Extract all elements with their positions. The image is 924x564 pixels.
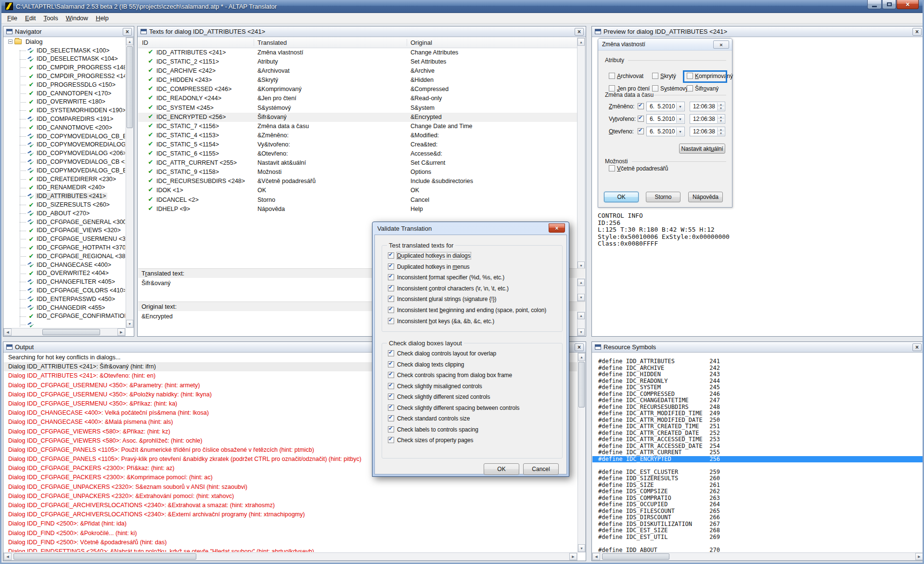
checkbox-icon[interactable] (388, 361, 394, 367)
subdirs-checkbox[interactable]: Včetně podadresářů (609, 165, 668, 172)
collapse-icon[interactable] (8, 39, 13, 44)
validate-checkbox[interactable]: Duplicated hotkeys in dialogs (388, 252, 471, 259)
tree-item[interactable]: IDD_COPYMOVEDIALOG_CB <207 (4, 157, 125, 166)
checkbox-icon[interactable] (638, 103, 644, 109)
close-button[interactable]: × (897, 0, 919, 9)
texts-row[interactable]: ✔IDC_STATIC_5 <1154>Vy&tvořeno:Crea&ted: (138, 140, 577, 149)
symbol-line[interactable] (598, 462, 923, 469)
symbol-line[interactable]: #define IDD_ATTRIBUTES 241 (598, 358, 923, 365)
output-vscrollbar[interactable]: ▲ ▼ (578, 353, 586, 552)
column-id[interactable]: ID (142, 39, 148, 46)
menu-item-tools[interactable]: Tools (39, 13, 62, 23)
tree-item[interactable]: IDD_COPYMOVEDIALOG <206> (4, 149, 125, 157)
tree-item[interactable]: ✔IDD_RENAMEDIR <240> (4, 184, 125, 192)
spinner-buttons[interactable]: ▲▼ (717, 128, 724, 135)
cancel-button[interactable]: Cancel (523, 463, 559, 475)
checkbox-icon[interactable] (638, 116, 644, 122)
checkbox-icon[interactable] (652, 85, 658, 92)
validate-checkbox[interactable]: Inconsistent hot keys (&a, &b, &c, etc.) (388, 318, 494, 325)
minimize-button[interactable] (867, 0, 882, 9)
texts-row[interactable]: ✔IDC_COMPRESSED <246>&Komprimovaný&Compr… (138, 85, 577, 94)
checkbox-icon[interactable] (388, 318, 394, 324)
tree-item[interactable]: ✔IDD_SIZERESULTS <260> (4, 200, 125, 209)
close-icon[interactable]: × (912, 28, 922, 36)
output-hscrollbar[interactable]: ◀ ▶ (3, 552, 578, 561)
validate-checkbox[interactable]: Check slightly different spacing between… (388, 405, 519, 411)
translated-scrollbar[interactable]: ▲ ▼ (577, 278, 585, 302)
texts-row[interactable]: ✔IDC_STATIC_2 <1151>AtributySet Attribut… (138, 57, 577, 66)
maximize-button[interactable] (882, 0, 896, 9)
symbol-line[interactable]: #define IDC_ATTR_CREATED_TIME 251 (598, 423, 923, 430)
date-enabled-checkbox[interactable] (638, 103, 646, 110)
symbol-line[interactable]: #define IDC_EST_UTIL 269 (598, 534, 923, 541)
symbol-line[interactable]: #define IDS_COMPSIZE 262 (598, 488, 923, 495)
tree-item[interactable]: IDD_ENTERPASSWD <450> (4, 295, 125, 303)
texts-row[interactable]: ✔IDC_STATIC_7 <1156>Změna data a časuCha… (138, 122, 577, 131)
symbol-line[interactable]: #define IDS_COMPRATIO 263 (598, 495, 923, 502)
spinner-buttons[interactable]: ▲▼ (717, 115, 724, 123)
scroll-thumb[interactable] (13, 553, 196, 560)
date-enabled-checkbox[interactable] (638, 116, 646, 122)
texts-row[interactable]: ✔IDC_STATIC_6 <1155>&Otevřeno:Accesse&d: (138, 149, 577, 158)
symbol-line[interactable]: #define IDC_COMPRESSED 246 (598, 391, 923, 398)
checkbox-icon[interactable] (687, 85, 693, 92)
ok-button[interactable]: OK (484, 463, 519, 475)
tree-item[interactable]: IDD_DESELECTMASK <104> (4, 55, 125, 64)
symbol-line[interactable]: #define IDS_FILESCOUNT 265 (598, 508, 923, 515)
tree-item[interactable]: ✔IDD_CFGPAGE_HOTPATH <370> (4, 243, 125, 252)
scroll-down-icon[interactable]: ▼ (578, 328, 585, 336)
date-enabled-checkbox[interactable] (638, 128, 646, 135)
column-original[interactable]: Original (411, 39, 432, 46)
close-icon[interactable]: × (912, 343, 922, 351)
validate-checkbox[interactable]: Inconsistent format specifier (%d, %s, e… (388, 274, 504, 281)
symbol-line[interactable]: #define IDC_HIDDEN 243 (598, 371, 923, 378)
tree-item[interactable]: ✔IDD_CMPDIR_PROGRESS2 <149> (4, 72, 125, 80)
checkbox-icon[interactable] (388, 252, 394, 259)
symbol-line[interactable]: #define IDD_SIZERESULTS 260 (598, 475, 923, 482)
symbol-line[interactable]: #define IDS_SIZE 261 (598, 482, 923, 489)
validate-checkbox[interactable]: Check standard controls size (388, 415, 470, 422)
scroll-down-icon[interactable]: ▼ (578, 544, 585, 552)
symbol-line[interactable]: #define IDC_READONLY 244 (598, 378, 923, 385)
tree-item[interactable]: ✔IDD_SYSTEMORHIDDEN <190> (4, 106, 125, 115)
symbol-line[interactable]: #define IDC_ATTR_MODIFIED_TIME 249 (598, 410, 923, 417)
scroll-up-icon[interactable]: ▲ (578, 312, 585, 319)
close-icon[interactable]: × (575, 343, 584, 351)
tree-item[interactable]: IDD_ABOUT <270> (4, 209, 125, 218)
attr-checkbox-systmov[interactable]: Systémový (652, 85, 688, 92)
validate-checkbox[interactable]: Check sizes of property pages (388, 437, 474, 444)
scroll-right-icon[interactable]: ▶ (915, 553, 923, 560)
symbol-line[interactable]: #define IDC_SYSTEM 245 (598, 384, 923, 391)
texts-row[interactable]: ✔IDCANCEL <2>StornoCancel (138, 196, 577, 205)
texts-vscrollbar[interactable]: ▲ ▼ (577, 38, 585, 270)
symbol-line[interactable]: #define IDC_ATTR_CREATED_DATE 252 (598, 430, 923, 437)
checkbox-icon[interactable] (388, 263, 394, 270)
spin-up-icon[interactable]: ▲ (718, 128, 724, 131)
tree-item[interactable]: ✔IDD_CANNOTOPEN <170> (4, 89, 125, 98)
spin-down-icon[interactable]: ▼ (718, 131, 724, 135)
symbol-line[interactable]: #define IDC_ATTR_CURRENT 255 (598, 449, 923, 456)
chevron-down-icon[interactable]: ▼ (676, 115, 684, 123)
symbol-line[interactable]: #define IDC_RECURSESUBDIRS 248 (598, 404, 923, 411)
checkbox-icon[interactable] (652, 73, 658, 79)
texts-table-header[interactable]: ID Translated Original (138, 38, 577, 48)
symbol-line[interactable]: #define IDC_ATTR_ACCESSED_TIME 253 (598, 436, 923, 443)
output-line[interactable]: Dialog IDD_FINDSETTINGS <2540>: &Nahrát … (4, 547, 577, 552)
tree-item[interactable]: IDD_CHANGEDIR <455> (4, 303, 125, 312)
close-icon[interactable]: × (575, 28, 584, 36)
scroll-left-icon[interactable]: ◀ (4, 553, 12, 560)
date-combo[interactable]: 6. 5.2010▼ (646, 114, 685, 124)
original-scrollbar[interactable]: ▲ ▼ (577, 312, 585, 336)
symbol-line[interactable]: #define IDC_CHANGEDATETIME 247 (598, 397, 923, 404)
spin-down-icon[interactable]: ▼ (718, 119, 724, 123)
output-line[interactable]: Dialog IDD_CFGPAGE_ARCHIVERSLOCATIONS <2… (4, 501, 577, 510)
tree-item[interactable] (4, 320, 125, 328)
tree-item[interactable]: IDD_COMPAREDIRS <191> (4, 115, 125, 123)
validate-checkbox[interactable]: Check labels to controls spacing (388, 426, 478, 433)
scroll-down-icon[interactable]: ▼ (126, 320, 133, 328)
menu-item-file[interactable]: File (3, 13, 21, 23)
validate-checkbox[interactable]: Check slightly misaligned controls (388, 383, 482, 390)
symbol-line[interactable]: #define IDC_ATTR_MODIFIED_DATE 250 (598, 417, 923, 424)
output-line[interactable]: Dialog IDD_CFGPAGE_UNPACKERS <2320>: S&e… (4, 483, 577, 492)
date-combo[interactable]: 6. 5.2010▼ (646, 102, 685, 111)
